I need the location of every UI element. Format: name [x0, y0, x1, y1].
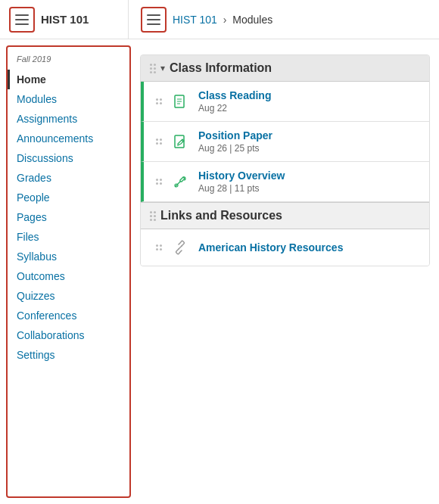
sidebar-item-settings[interactable]: Settings: [8, 345, 129, 365]
tool-icon: [170, 171, 191, 192]
american-history-info: American History Resources: [198, 241, 420, 254]
history-overview-info: History Overview Aug 28 | 11 pts: [198, 170, 420, 194]
drag-handle-history-overview[interactable]: [156, 179, 162, 185]
hamburger-right-button[interactable]: [141, 7, 167, 33]
main-area: Fall 2019 Home Modules Assignments Annou…: [0, 39, 439, 504]
sidebar-item-grades[interactable]: Grades: [8, 168, 129, 188]
breadcrumb-separator: ›: [223, 14, 227, 26]
class-reading-meta: Aug 22: [198, 103, 420, 114]
history-overview-title[interactable]: History Overview: [198, 170, 420, 182]
sidebar-item-discussions[interactable]: Discussions: [8, 148, 129, 168]
content-panel: ▾ Class Information Class Read: [135, 39, 439, 504]
modules-container: ▾ Class Information Class Read: [140, 54, 430, 266]
sidebar-term: Fall 2019: [8, 54, 129, 70]
module-item-class-reading: Class Reading Aug 22: [141, 82, 429, 122]
sidebar-item-files[interactable]: Files: [8, 227, 129, 247]
position-paper-title[interactable]: Position Paper: [198, 129, 420, 142]
links-resources-title: Links and Resources: [160, 209, 420, 222]
sidebar-item-pages[interactable]: Pages: [8, 207, 129, 227]
american-history-title[interactable]: American History Resources: [198, 241, 420, 254]
drag-handle-class-info[interactable]: [150, 64, 156, 73]
breadcrumb-page: Modules: [232, 14, 272, 26]
class-reading-title[interactable]: Class Reading: [198, 89, 420, 101]
sidebar-item-home[interactable]: Home: [8, 70, 129, 89]
history-overview-meta: Aug 28 | 11 pts: [198, 183, 420, 194]
sidebar-item-announcements[interactable]: Announcements: [8, 129, 129, 148]
sidebar-item-conferences[interactable]: Conferences: [8, 306, 129, 325]
drag-handle-links[interactable]: [150, 211, 156, 221]
breadcrumb: HIST 101 › Modules: [173, 14, 272, 26]
class-info-toggle[interactable]: ▾: [160, 63, 165, 73]
hamburger-left-button[interactable]: [9, 7, 35, 33]
drag-handle-class-reading[interactable]: [156, 98, 162, 104]
page-icon: [170, 91, 191, 112]
link-icon: [170, 237, 191, 258]
sidebar-item-outcomes[interactable]: Outcomes: [8, 266, 129, 286]
drag-handle-position-paper[interactable]: [156, 138, 162, 145]
position-paper-meta: Aug 26 | 25 pts: [198, 143, 420, 154]
sidebar-item-people[interactable]: People: [8, 188, 129, 207]
header-left: HIST 101: [0, 0, 129, 39]
links-resources-header: Links and Resources: [141, 202, 429, 229]
sidebar-item-syllabus[interactable]: Syllabus: [8, 247, 129, 266]
course-title-left: HIST 101: [41, 13, 89, 26]
module-item-history-overview: History Overview Aug 28 | 11 pts: [141, 162, 429, 202]
header-right: HIST 101 › Modules: [129, 0, 439, 39]
svg-line-7: [179, 246, 182, 249]
sidebar-item-assignments[interactable]: Assignments: [8, 109, 129, 129]
module-item-american-history: American History Resources: [141, 229, 429, 266]
drag-handle-american-history[interactable]: [156, 244, 162, 250]
sidebar: Fall 2019 Home Modules Assignments Annou…: [6, 45, 131, 498]
sidebar-item-modules[interactable]: Modules: [8, 89, 129, 109]
class-reading-info: Class Reading Aug 22: [198, 89, 420, 114]
header: HIST 101 HIST 101 › Modules: [0, 0, 439, 39]
position-paper-info: Position Paper Aug 26 | 25 pts: [198, 129, 420, 154]
edit-icon: [170, 131, 191, 152]
module-item-position-paper: Position Paper Aug 26 | 25 pts: [141, 122, 429, 162]
class-information-header: ▾ Class Information: [141, 55, 429, 82]
breadcrumb-course-link[interactable]: HIST 101: [173, 14, 217, 26]
class-info-title: Class Information: [170, 61, 420, 75]
sidebar-item-collaborations[interactable]: Collaborations: [8, 325, 129, 345]
sidebar-item-quizzes[interactable]: Quizzes: [8, 286, 129, 306]
